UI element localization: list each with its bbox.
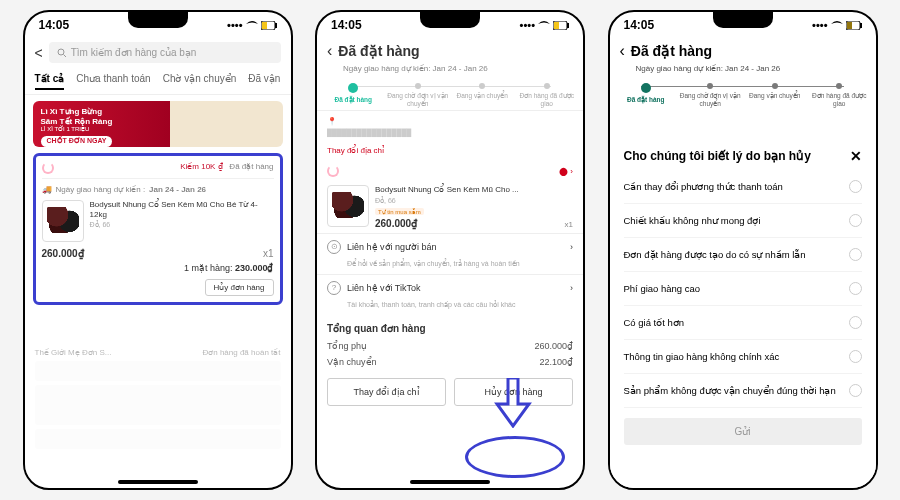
close-icon[interactable]: ✕ — [850, 148, 862, 164]
logo-icon — [42, 162, 54, 174]
step-label: Đã đặt hàng — [321, 96, 386, 104]
summary-header: Tổng quan đơn hàng — [317, 315, 583, 338]
radio-icon[interactable] — [849, 180, 862, 193]
order-status: Đã đặt hàng — [229, 162, 273, 171]
radio-icon[interactable] — [849, 384, 862, 397]
change-address-button[interactable]: Thay đổi địa chỉ — [327, 378, 446, 406]
tab-unpaid[interactable]: Chưa thanh toán — [76, 73, 150, 90]
radio-icon[interactable] — [849, 282, 862, 295]
svg-rect-2 — [275, 23, 277, 28]
headset-icon: ⊙ — [327, 240, 341, 254]
contact-seller-label: Liên hệ với người bán — [347, 242, 437, 252]
promo-banner[interactable]: Lì Xì Tưng Bừng Săm Tết Rộn Ràng LÌ XÌ T… — [33, 101, 283, 147]
search-input[interactable]: Tìm kiếm đơn hàng của bạn — [49, 42, 281, 63]
radio-icon[interactable] — [849, 350, 862, 363]
faded-next-order: Thế Giới Mẹ Đơn S...Đơn hàng đã hoàn tất — [25, 342, 291, 488]
reason-text: Có giá tốt hơn — [624, 317, 685, 328]
step-label: Đang vận chuyển — [450, 92, 515, 100]
contact-tiktok-sub: Tài khoản, thanh toán, tranh chấp và các… — [317, 301, 583, 315]
reason-text: Thông tin giao hàng không chính xác — [624, 351, 780, 362]
screen-orders: < Tìm kiếm đơn hàng của bạn Tất cả Chưa … — [25, 38, 291, 488]
cancel-reason-sheet: Cho chúng tôi biết lý do bạn hủy ✕ Cần t… — [610, 138, 876, 488]
cancel-order-button[interactable]: Hủy đơn hàng — [454, 378, 573, 406]
phone-3-cancel-reason: 14:05 •••• ‹Đã đặt hàng Ngày giao hàng d… — [608, 10, 878, 490]
sheet-title: Cho chúng tôi biết lý do bạn hủy — [624, 149, 811, 163]
address-redacted: █████████████████ — [327, 129, 573, 136]
tab-all[interactable]: Tất cả — [35, 73, 65, 90]
truck-icon: 🚚 — [42, 185, 52, 194]
step-label: Đang vận chuyển — [743, 92, 808, 100]
phone-1-order-list: 14:05 •••• < Tìm kiếm đơn hàng của bạn T… — [23, 10, 293, 490]
cancel-reason-option[interactable]: Thông tin giao hàng không chính xác — [624, 340, 862, 374]
search-placeholder: Tìm kiếm đơn hàng của bạn — [71, 47, 197, 58]
item-price: 260.000₫ — [375, 218, 559, 229]
item-name: Bodysuit Nhung Cổ Sen Kèm Mũ Cho Bé Từ 4… — [90, 200, 274, 219]
back-icon[interactable]: ‹ — [327, 42, 332, 60]
submit-button[interactable]: Gửi — [624, 418, 862, 445]
product-thumbnail[interactable] — [327, 185, 369, 227]
cancel-reason-option[interactable]: Cần thay đổi phương thức thanh toán — [624, 170, 862, 204]
reason-text: Sản phẩm không được vận chuyển đúng thời… — [624, 385, 836, 396]
banner-cta[interactable]: CHỐT ĐƠN NGAY — [41, 136, 113, 146]
banner-l2: Săm Tết Rộn Ràng — [41, 117, 275, 127]
step-shipping: Đang vận chuyển — [450, 83, 515, 108]
home-indicator[interactable] — [410, 480, 490, 484]
screen-order-detail: ‹ Đã đặt hàng Ngày giao hàng dự kiến: Ja… — [317, 38, 583, 488]
contact-seller[interactable]: ⊙Liên hệ với người bán› — [317, 233, 583, 260]
home-indicator[interactable] — [118, 480, 198, 484]
status-icons: •••• — [520, 19, 569, 31]
item-price: 260.000₫ — [42, 248, 84, 259]
subtotal-value: 260.000₫ — [534, 341, 573, 351]
cancel-reason-option[interactable]: Chiết khấu không như mong đợi — [624, 204, 862, 238]
product-thumbnail[interactable] — [42, 200, 84, 242]
notch — [128, 12, 188, 28]
delivery-label: Ngày giao hàng dự kiến : — [56, 185, 146, 194]
contact-tiktok[interactable]: ?Liên hệ với TikTok› — [317, 274, 583, 301]
change-address-link[interactable]: Thay đổi địa chỉ — [317, 142, 583, 161]
faded-r: Đơn hàng đã hoàn tất — [202, 348, 280, 357]
total-value: 230.000₫ — [235, 263, 274, 273]
address-block[interactable]: 📍 █████████████████ — [317, 110, 583, 142]
tab-delivering[interactable]: Đã vận — [248, 73, 280, 90]
tab-shipping[interactable]: Chờ vận chuyển — [163, 73, 237, 90]
subtotal-label: Tổng phụ — [327, 341, 367, 351]
loading-icon — [327, 165, 339, 177]
status-icons: •••• — [812, 19, 861, 31]
clock: 14:05 — [39, 18, 70, 32]
banner-l3: LÌ XÌ TỚI 1 TRIỆU — [41, 126, 275, 133]
dimmed-background: 14:05 •••• ‹Đã đặt hàng Ngày giao hàng d… — [610, 12, 876, 110]
step-label: Đang chờ đơn vị vận chuyển — [678, 92, 743, 108]
shipping-value: 22.100₫ — [539, 357, 573, 367]
radio-icon[interactable] — [849, 248, 862, 261]
svg-rect-1 — [262, 22, 267, 29]
cancel-reason-option[interactable]: Sản phẩm không được vận chuyển đúng thời… — [624, 374, 862, 408]
coupon-text: Kiếm 10K ₫ — [180, 162, 222, 171]
reason-text: Đơn đặt hàng được tạo do có sự nhầm lẫn — [624, 249, 806, 260]
svg-rect-9 — [847, 22, 852, 29]
cancel-reason-option[interactable]: Đơn đặt hàng được tạo do có sự nhầm lẫn — [624, 238, 862, 272]
page-subtitle-dim: Ngày giao hàng dự kiến: Jan 24 - Jan 26 — [610, 64, 876, 77]
order-card-highlighted[interactable]: Kiếm 10K ₫ Đã đặt hàng 🚚 Ngày giao hàng … — [33, 153, 283, 305]
step-label: Đang chờ đơn vị vận chuyển — [386, 92, 451, 108]
cancel-reason-option[interactable]: Có giá tốt hơn — [624, 306, 862, 340]
svg-line-4 — [63, 54, 66, 57]
radio-icon[interactable] — [849, 316, 862, 329]
svg-rect-7 — [567, 23, 569, 28]
cancel-reason-option[interactable]: Phí giao hàng cao — [624, 272, 862, 306]
page-title-dim: Đã đặt hàng — [631, 43, 712, 59]
page-subtitle: Ngày giao hàng dự kiến: Jan 24 - Jan 26 — [317, 64, 583, 77]
search-icon — [57, 48, 67, 58]
item-variant: Đỏ, 66 — [90, 221, 274, 229]
radio-icon[interactable] — [849, 214, 862, 227]
cancel-order-button-small[interactable]: Hủy đơn hàng — [205, 279, 274, 296]
banner-l1: Lì Xì Tưng Bừng — [41, 107, 275, 117]
step-label: Đã đặt hàng — [614, 96, 679, 104]
item-name: Bodysuit Nhung Cổ Sen Kèm Mũ Cho ... — [375, 185, 559, 195]
phone-2-order-detail: 14:05 •••• ‹ Đã đặt hàng Ngày giao hàng … — [315, 10, 585, 490]
reason-text: Cần thay đổi phương thức thanh toán — [624, 181, 783, 192]
item-qty: x1 — [565, 220, 573, 229]
step-label: Đơn hàng đã được giao — [807, 92, 872, 107]
back-icon[interactable]: < — [35, 45, 43, 61]
shipping-label: Vận chuyển — [327, 357, 377, 367]
delivery-range: Jan 24 - Jan 26 — [149, 185, 206, 194]
